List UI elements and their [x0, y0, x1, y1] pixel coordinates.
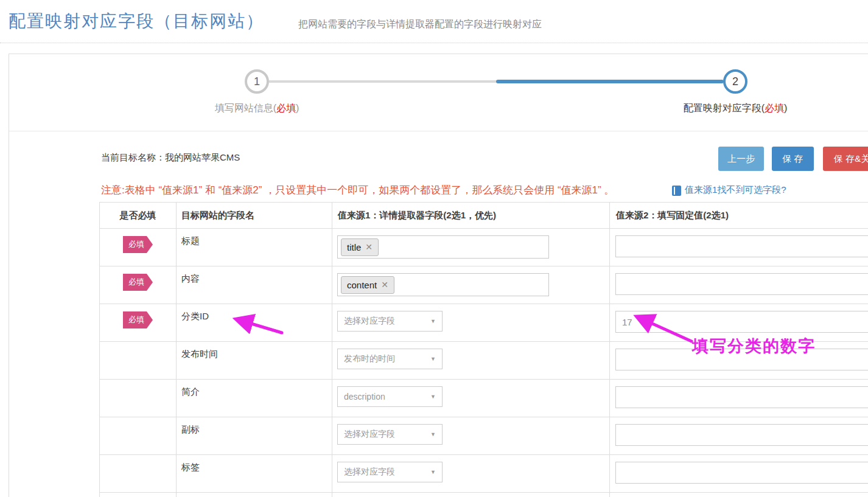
required-cell: 必填: [100, 266, 177, 304]
required-cell: [100, 493, 177, 497]
header-source1: 值来源1：详情提取器字段(2选1，优先): [332, 203, 610, 229]
tag-chip: title✕: [341, 238, 379, 256]
source2-cell: [610, 380, 868, 417]
page-title: 配置映射对应字段（目标网站）: [9, 10, 264, 33]
step-1-label-close: ): [296, 103, 299, 113]
tag-label: title: [347, 242, 361, 252]
source1-tag-input[interactable]: content✕: [337, 273, 549, 296]
table-header-row: 是否必填 目标网站的字段名 值来源1：详情提取器字段(2选1，优先) 值来源2：…: [100, 203, 868, 229]
remove-tag-icon[interactable]: ✕: [381, 280, 388, 290]
source1-select[interactable]: 选择对应字段▼: [337, 462, 443, 482]
source2-cell: [610, 229, 868, 266]
source1-tag-input[interactable]: title✕: [337, 235, 549, 259]
table-row: 必填 内容 content✕: [100, 266, 868, 304]
tag-chip: content✕: [341, 276, 394, 294]
stepper-progress: [496, 80, 724, 83]
caret-down-icon: ▼: [430, 318, 436, 324]
source1-cell: description▼: [332, 380, 610, 417]
source1-cell: 选择对应字段▼: [332, 417, 610, 455]
step-1-label-text: 填写网站信息(: [215, 103, 276, 113]
caret-down-icon: ▼: [430, 469, 436, 475]
header-required: 是否必填: [100, 203, 177, 229]
source2-cell: [610, 417, 868, 455]
required-badge: 必填: [123, 236, 153, 253]
step-2-circle[interactable]: 2: [723, 69, 747, 94]
select-value: description: [344, 392, 385, 401]
table-row: 副标 选择对应字段▼: [100, 417, 868, 455]
field-name-cell: 标题: [177, 229, 332, 266]
required-cell: 必填: [100, 304, 177, 342]
field-name-cell: 标签: [177, 455, 332, 493]
stepper-divider: [9, 131, 868, 131]
source1-select[interactable]: 选择对应字段▼: [337, 311, 443, 332]
required-cell: [100, 417, 177, 455]
source2-input[interactable]: [615, 235, 868, 257]
header-field-name: 目标网站的字段名: [177, 203, 332, 229]
source1-cell: 发布时的时间▼: [332, 342, 610, 380]
table-row: 简介 description▼: [100, 380, 868, 417]
table-row-partial: [100, 493, 868, 497]
source2-input[interactable]: 17: [615, 311, 868, 333]
required-cell: [100, 342, 177, 380]
page-subtitle: 把网站需要的字段与详情提取器配置的字段进行映射对应: [298, 18, 542, 31]
source1-cell: title✕: [332, 229, 610, 266]
required-cell: [100, 455, 177, 493]
remove-tag-icon[interactable]: ✕: [365, 242, 373, 252]
tag-label: content: [347, 280, 377, 290]
notice-text: 注意:表格中 “值来源1” 和 “值来源2” ，只设置其中一个即可，如果两个都设…: [101, 183, 614, 197]
category-hint-annotation: 填写分类的数字: [692, 335, 816, 357]
required-cell: [100, 380, 177, 417]
source2-input[interactable]: [615, 273, 868, 295]
save-and-close-button[interactable]: 保 存&关: [823, 147, 868, 171]
step-2-label-close: ): [784, 103, 787, 113]
select-value: 选择对应字段: [344, 467, 395, 478]
book-icon: [672, 186, 681, 196]
source2-input[interactable]: [615, 462, 868, 484]
source1-help-link[interactable]: 值来源1找不到可选字段?: [685, 184, 786, 196]
step-1-circle[interactable]: 1: [245, 69, 269, 94]
field-name-cell: 分类ID: [177, 304, 332, 342]
table-row: 标签 选择对应字段▼: [100, 455, 868, 493]
source2-input[interactable]: [615, 386, 868, 408]
table-row: 必填 标题 title✕: [100, 229, 868, 266]
source1-cell: [332, 493, 610, 497]
title-divider: [0, 43, 868, 43]
caret-down-icon: ▼: [430, 431, 436, 437]
source2-input[interactable]: [615, 424, 868, 446]
field-name-cell: 副标: [177, 417, 332, 455]
source2-cell: [610, 266, 868, 304]
prev-step-button[interactable]: 上一步: [718, 147, 764, 171]
caret-down-icon: ▼: [430, 356, 436, 362]
save-button[interactable]: 保 存: [772, 147, 814, 171]
source1-cell: content✕: [332, 266, 610, 304]
step-2-label: 配置映射对应字段(必填): [644, 102, 827, 115]
select-value: 选择对应字段: [344, 316, 395, 327]
step-2-required: 必填: [765, 103, 784, 113]
source1-select[interactable]: 选择对应字段▼: [337, 424, 443, 445]
field-name-cell: [177, 493, 332, 497]
field-name-cell: 内容: [177, 266, 332, 304]
source1-cell: 选择对应字段▼: [332, 304, 610, 342]
required-badge: 必填: [123, 311, 153, 328]
select-value: 发布时的时间: [344, 353, 395, 364]
step-2-label-text: 配置映射对应字段(: [684, 103, 765, 113]
field-name-cell: 发布时间: [177, 342, 332, 380]
select-value: 选择对应字段: [344, 429, 395, 440]
source2-cell: [610, 493, 868, 497]
source1-select[interactable]: description▼: [337, 386, 443, 407]
step-1-required: 必填: [276, 103, 296, 113]
step-1-label: 填写网站信息(必填): [166, 102, 348, 115]
caret-down-icon: ▼: [430, 394, 436, 400]
required-badge: 必填: [123, 274, 153, 291]
source1-select[interactable]: 发布时的时间▼: [337, 349, 443, 369]
source2-cell: [610, 455, 868, 493]
source1-cell: 选择对应字段▼: [332, 455, 610, 493]
required-cell: 必填: [100, 229, 177, 266]
current-target-name: 当前目标名称：我的网站苹果CMS: [101, 152, 240, 164]
field-name-cell: 简介: [177, 380, 332, 417]
header-source2: 值来源2：填写固定值(2选1): [610, 203, 868, 229]
